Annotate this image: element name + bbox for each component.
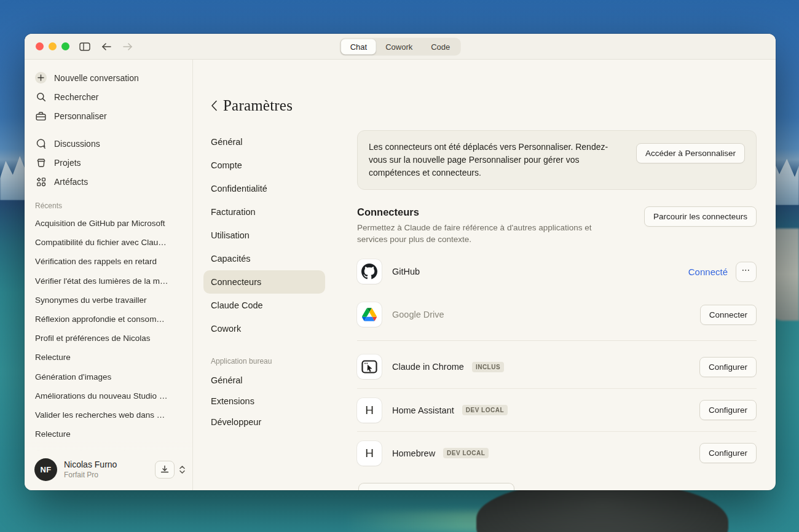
connectors-panel: Les connecteurs ont été déplacés vers Pe… [357, 130, 757, 490]
desktop-app-section-label: Application bureau [211, 357, 357, 366]
sidebar-item-label: Projets [54, 158, 81, 168]
connector-name: GitHub [392, 267, 420, 276]
settings-nav-general[interactable]: Général [203, 130, 325, 154]
page-title: Paramètres [223, 97, 293, 114]
recent-conversation[interactable]: Synonymes du verbe travailler [35, 291, 186, 310]
connector-name: Claude in Chrome [392, 362, 464, 372]
recent-conversation[interactable]: Vérification des rappels en retard [35, 252, 186, 271]
recent-conversation[interactable]: Génération d'images [35, 367, 186, 386]
settings-nav-account[interactable]: Compte [203, 154, 325, 177]
tile-letter: H [365, 404, 374, 417]
sidebar-item-label: Nouvelle conversation [54, 73, 139, 83]
banner-message: Les connecteurs ont été déplacés vers Pe… [369, 141, 625, 179]
sidebar-item-artifacts[interactable]: Artéfacts [35, 172, 186, 191]
box-icon [35, 157, 47, 168]
sidebar-toggle-icon[interactable] [78, 40, 92, 53]
connector-name: Google Drive [392, 310, 444, 319]
shapes-icon [35, 176, 47, 187]
letter-h-icon: H [357, 441, 382, 466]
forward-arrow-icon[interactable] [121, 40, 135, 53]
recent-conversation[interactable]: Profil et préférences de Nicolas [35, 329, 186, 348]
zoom-window-button[interactable] [61, 42, 69, 50]
sidebar-item-search[interactable]: Rechercher [35, 87, 186, 106]
user-name: Nicolas Furno [64, 460, 155, 469]
back-arrow-icon[interactable] [100, 40, 113, 53]
cutoff-next-element [358, 483, 514, 490]
claude-app-window: Chat Cowork Code Nouvelle conversation R… [25, 34, 776, 490]
plus-icon [35, 72, 47, 84]
configure-button[interactable]: Configurer [699, 400, 757, 420]
back-chevron-icon[interactable] [211, 100, 218, 111]
settings-nav: Général Compte Confidentialité Facturati… [211, 130, 357, 490]
download-icon [160, 465, 169, 474]
connector-name: Home Assistant [392, 405, 454, 415]
settings-nav-privacy[interactable]: Confidentialité [203, 177, 325, 200]
moved-notice-banner: Les connecteurs ont été déplacés vers Pe… [357, 130, 757, 190]
recent-conversation[interactable]: Réflexion approfondie et consom… [35, 310, 186, 329]
settings-nav-billing[interactable]: Facturation [203, 200, 325, 224]
configure-button[interactable]: Configurer [699, 443, 757, 463]
dev-local-badge: DEV LOCAL [443, 448, 489, 458]
connector-row-homebrew: H Homebrew DEV LOCAL Configurer [357, 431, 757, 474]
settings-nav-extensions[interactable]: Extensions [203, 391, 325, 412]
recent-conversation[interactable]: Compatibilité du fichier avec Clau… [35, 233, 186, 252]
chat-bubble-icon [35, 138, 47, 149]
connector-row-google-drive: Google Drive Connecter [357, 293, 757, 336]
settings-nav-developer[interactable]: Développeur [203, 412, 325, 432]
toolbox-icon [35, 110, 47, 122]
window-toolbar: Chat Cowork Code [25, 34, 776, 60]
recent-conversation[interactable]: Valider les recherches web dans … [35, 405, 186, 424]
minimize-window-button[interactable] [49, 42, 57, 50]
claude-in-chrome-icon [357, 354, 382, 379]
recent-conversation[interactable]: Relecture [35, 348, 186, 367]
settings-page: Paramètres Général Compte Confidentialit… [193, 60, 776, 490]
settings-nav-desktop-general[interactable]: Général [203, 370, 325, 391]
avatar: NF [34, 458, 57, 481]
settings-nav-claude-code[interactable]: Claude Code [203, 294, 325, 317]
user-account-area[interactable]: NF Nicolas Furno Forfait Pro [25, 451, 192, 490]
dev-local-badge: DEV LOCAL [462, 405, 508, 415]
tab-cowork[interactable]: Cowork [376, 39, 422, 54]
go-to-customize-button[interactable]: Accéder à Personnaliser [636, 143, 745, 163]
account-switcher-chevrons[interactable] [179, 466, 185, 474]
sidebar-item-label: Personnaliser [54, 111, 107, 121]
sidebar-item-projects[interactable]: Projets [35, 153, 186, 172]
tile-letter: H [365, 447, 374, 460]
connectors-list: GitHub Connecté ⋯ Google Drive [357, 250, 757, 490]
mode-segmented-control: Chat Cowork Code [340, 37, 461, 55]
settings-nav-capabilities[interactable]: Capacités [203, 247, 325, 270]
tab-chat[interactable]: Chat [341, 39, 376, 54]
connectors-section-description: Permettez à Claude de faire référence à … [357, 222, 615, 245]
settings-nav-cowork[interactable]: Cowork [203, 317, 325, 340]
google-drive-icon [357, 302, 382, 327]
connect-button[interactable]: Connecter [700, 305, 757, 325]
letter-h-icon: H [357, 398, 382, 423]
sidebar-item-customize[interactable]: Personnaliser [35, 106, 186, 125]
user-plan: Forfait Pro [64, 471, 155, 479]
close-window-button[interactable] [36, 42, 44, 50]
chevron-down-icon [179, 470, 185, 474]
settings-nav-usage[interactable]: Utilisation [203, 224, 325, 247]
sidebar-item-new-conversation[interactable]: Nouvelle conversation [35, 68, 186, 87]
search-icon [35, 91, 47, 103]
connector-name: Homebrew [392, 448, 435, 458]
recent-conversation[interactable]: Améliorations du nouveau Studio … [35, 386, 186, 405]
divider [357, 340, 757, 341]
github-icon [357, 259, 382, 284]
sidebar-item-label: Rechercher [54, 92, 98, 102]
sidebar-item-discussions[interactable]: Discussions [35, 134, 186, 153]
connector-menu-button[interactable]: ⋯ [736, 262, 757, 282]
connectors-section-title: Connecteurs [357, 206, 615, 218]
tab-code[interactable]: Code [422, 39, 459, 54]
recent-conversation[interactable]: Vérifier l'état des lumières de la m… [35, 272, 186, 291]
browse-connectors-button[interactable]: Parcourir les connecteurs [644, 206, 757, 227]
sidebar-item-label: Artéfacts [54, 177, 88, 187]
configure-button[interactable]: Configurer [699, 357, 757, 377]
connector-row-github: GitHub Connecté ⋯ [357, 250, 757, 293]
traffic-lights [36, 42, 69, 50]
download-button[interactable] [155, 461, 175, 479]
ellipsis-icon: ⋯ [742, 265, 751, 275]
included-badge: INCLUS [472, 362, 504, 372]
settings-nav-connectors[interactable]: Connecteurs [203, 270, 325, 294]
recent-conversation[interactable]: Acquisition de GitHub par Microsoft [35, 214, 186, 233]
